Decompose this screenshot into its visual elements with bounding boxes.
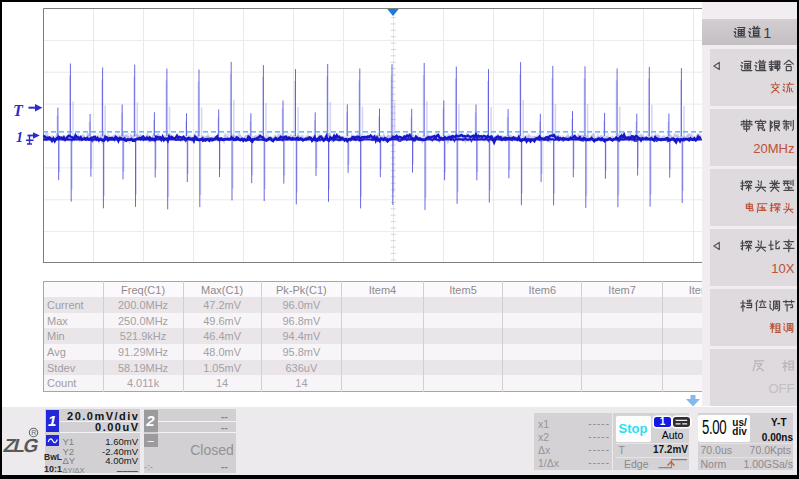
svg-text:10X: 10X: [771, 261, 794, 276]
svg-text:ZLG: ZLG: [3, 435, 40, 456]
svg-text:T: T: [13, 102, 24, 119]
svg-text:1: 1: [763, 25, 771, 41]
svg-text:R: R: [31, 429, 36, 436]
svg-text:OFF: OFF: [769, 381, 795, 396]
svg-text:20MHz: 20MHz: [753, 141, 794, 156]
svg-text:1: 1: [16, 130, 23, 145]
